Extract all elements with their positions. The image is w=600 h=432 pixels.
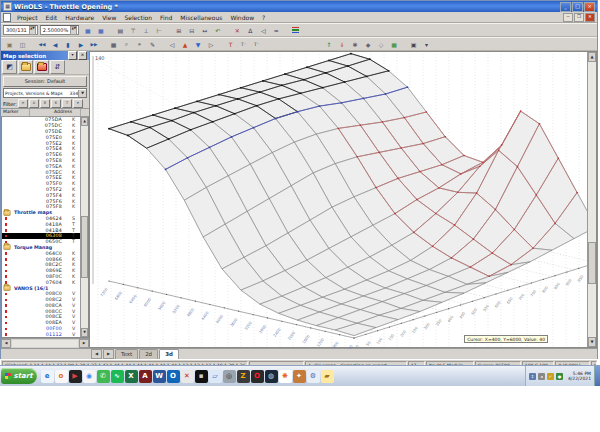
map-row[interactable]: 075EAK	[2, 163, 80, 169]
map-row[interactable]: 008CCV	[2, 308, 80, 314]
map-list-icon[interactable]: ▣	[408, 38, 420, 50]
edit-icon[interactable]: ✎	[147, 38, 159, 50]
map-list-hscrollbar[interactable]: ◀ ▶	[1, 338, 89, 348]
menu-item-selection[interactable]: Selection	[120, 14, 156, 21]
map-row[interactable]: 075F2K	[2, 187, 80, 193]
window-split-icon[interactable]: ⊞	[173, 24, 185, 36]
chart-vscrollbar[interactable]: ▲ ▼	[587, 52, 596, 347]
maximize-button[interactable]: □	[572, 2, 583, 12]
scroll-down-icon[interactable]: ▼	[81, 328, 88, 337]
channels-icon[interactable]	[290, 24, 302, 36]
menu-item-hardware[interactable]: Hardware	[61, 14, 98, 21]
value-down-icon[interactable]: ▼	[192, 38, 204, 50]
mdi-close-button[interactable]: ✕	[585, 13, 595, 22]
map-row[interactable]: 075F6K	[2, 198, 80, 204]
stop-icon[interactable]: ▮	[62, 38, 74, 50]
map-row[interactable]: 075E0K	[2, 134, 80, 140]
map-row[interactable]: 075DAK	[2, 117, 80, 123]
step-left-icon[interactable]: ◁	[166, 38, 178, 50]
map-row[interactable]: 08C2CK	[2, 262, 80, 268]
map-row[interactable]: 075F0K	[2, 181, 80, 187]
mdi-minimize-button[interactable]: ─	[563, 13, 573, 22]
arrow-down-red-icon[interactable]: ⇓	[336, 38, 348, 50]
text-view-icon[interactable]: ▤	[114, 24, 126, 36]
delta-icon[interactable]: Δ	[244, 24, 256, 36]
scroll-down-icon[interactable]: ▼	[588, 337, 596, 347]
filter-button-1[interactable]: A	[29, 99, 39, 108]
axis-top-icon[interactable]: ⊤	[127, 24, 139, 36]
map-3d-view[interactable]: 1400501001502002503003504004505005506006…	[90, 51, 597, 348]
tab-2d[interactable]: 2d	[139, 349, 158, 359]
map-row[interactable]: 041B4T	[2, 227, 80, 233]
settings-wrench-icon[interactable]: ⚙	[307, 370, 320, 383]
open-map-button[interactable]	[34, 60, 49, 74]
internet-explorer-icon[interactable]: e	[41, 370, 54, 383]
filter-button-0[interactable]: ≡	[18, 99, 28, 108]
step-right-icon[interactable]: ▷	[205, 38, 217, 50]
green-grid-icon[interactable]: ▦	[388, 38, 400, 50]
dropdown-icon[interactable]: ▾	[421, 38, 433, 50]
first-icon[interactable]: ◀◀	[36, 38, 48, 50]
taskbar-clock[interactable]: 5:46 PM 4/22/2021	[568, 371, 591, 381]
start-button[interactable]: start	[1, 368, 37, 384]
map-row[interactable]: 008C2V	[2, 297, 80, 303]
menu-item-miscellaneous[interactable]: Miscellaneous	[176, 14, 226, 21]
save-icon[interactable]: ◫	[17, 38, 29, 50]
grid-view-icon[interactable]: ▦	[82, 24, 94, 36]
map-row[interactable]: 075EEK	[2, 175, 80, 181]
map-row[interactable]: 04624S	[2, 216, 80, 222]
filter-button-5[interactable]: ▾	[73, 99, 83, 108]
steam-icon[interactable]: ◍	[265, 370, 278, 383]
map-row[interactable]: 075E2K	[2, 140, 80, 146]
value-up-icon[interactable]: ▲	[179, 38, 191, 50]
lock-icon[interactable]: ▣	[4, 38, 16, 50]
camera-icon[interactable]: ◎	[223, 370, 236, 383]
spotify-icon[interactable]: ∿	[111, 370, 124, 383]
tree-view-combo[interactable]: Projects, Versions & Maps 334 ▼	[3, 88, 87, 98]
opera-icon[interactable]: O	[251, 370, 264, 383]
chrome-icon[interactable]: ◉	[83, 370, 96, 383]
filter-button-2[interactable]: 8	[40, 99, 50, 108]
map-row[interactable]: 075F4K	[2, 192, 80, 198]
zoom-combo[interactable]: 300/131▲▼	[3, 25, 38, 35]
undo-icon[interactable]: ↶	[212, 24, 224, 36]
close-button[interactable]: ×	[584, 2, 595, 12]
mdi-restore-button[interactable]: ❐	[574, 13, 584, 22]
diamond2-icon[interactable]: ◇	[375, 38, 387, 50]
map-row[interactable]: 075E6K	[2, 152, 80, 158]
spinner-icon[interactable]: ▲▼	[70, 26, 77, 35]
map-row[interactable]: 075DEK	[2, 129, 80, 135]
import-button[interactable]: ◩	[2, 60, 17, 74]
scroll-up-icon[interactable]: ▲	[81, 117, 88, 126]
spinner-icon[interactable]: ▲▼	[29, 26, 36, 35]
tab-text[interactable]: Text	[115, 349, 138, 359]
prev-icon[interactable]: ◀	[49, 38, 61, 50]
minimize-button[interactable]: _	[560, 2, 571, 12]
next-icon[interactable]: ▶	[75, 38, 87, 50]
triangle-left-icon[interactable]: ◁	[257, 24, 269, 36]
scroll-up-icon[interactable]: ▲	[588, 52, 596, 62]
menu-item-window[interactable]: Window	[226, 14, 258, 21]
access-icon[interactable]: A	[139, 370, 152, 383]
folder-app-icon[interactable]: ▰	[321, 370, 334, 383]
scroll-thumb[interactable]	[81, 216, 88, 278]
menu-item-project[interactable]: Project	[13, 14, 42, 21]
scroll-right-icon[interactable]: ▶	[79, 339, 89, 348]
map-row[interactable]: 01112V	[2, 331, 80, 337]
map-row[interactable]: 00866K	[2, 256, 80, 262]
explorer-icon[interactable]: ▱	[209, 370, 222, 383]
grid-small-icon[interactable]: ▦	[108, 38, 120, 50]
map-row[interactable]: 0418AT	[2, 221, 80, 227]
tab-scroll-right-icon[interactable]: ▶	[103, 349, 114, 359]
panel-close-button[interactable]: ×	[78, 51, 87, 60]
menu-item-view[interactable]: View	[98, 14, 120, 21]
browser-multicolor-icon[interactable]: ❋	[279, 370, 292, 383]
scroll-thumb[interactable]	[588, 242, 596, 284]
media-player-icon[interactable]: ▶	[69, 370, 82, 383]
tray-shield-icon[interactable]: ✓	[547, 373, 554, 380]
menu-item-edit[interactable]: Edit	[42, 14, 62, 21]
excel-icon[interactable]: X	[125, 370, 138, 383]
map-row[interactable]: 008CEV	[2, 314, 80, 320]
last-icon[interactable]: ▶▶	[88, 38, 100, 50]
tab-scroll-left-icon[interactable]: ◀	[91, 349, 102, 359]
